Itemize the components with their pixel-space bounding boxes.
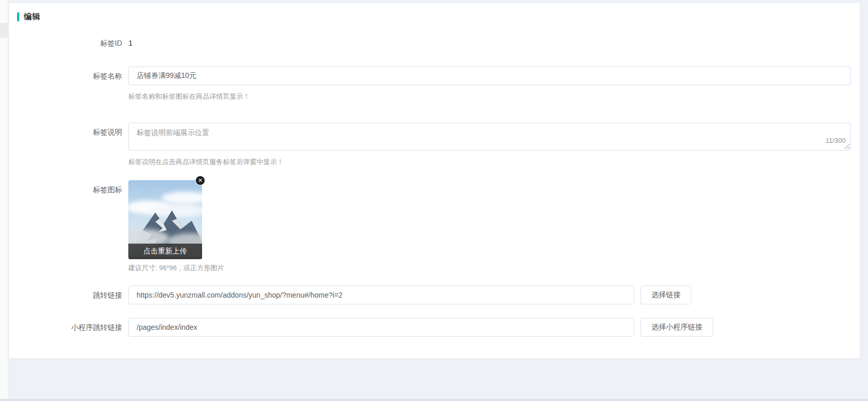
tag-icon-help: 建议尺寸: 96*96，或正方形图片	[128, 263, 224, 273]
tag-desc-label: 标签说明	[9, 123, 128, 141]
tag-desc-textarea[interactable]: 标签说明前端展示位置	[128, 123, 851, 151]
form-row-mini-link: 小程序跳转链接 选择小程序链接	[9, 318, 860, 337]
panel-title: 编辑	[24, 12, 41, 22]
form-row-tag-name: 标签名称 标签名称和标签图标在商品详情页显示！	[9, 66, 860, 101]
char-counter: 11/300	[823, 137, 846, 144]
remove-image-button[interactable]: ✕	[195, 176, 205, 185]
form-row-tag-desc: 标签说明 标签说明前端展示位置 11/300 标签说明在点击商品详情页服务标签后…	[9, 123, 860, 167]
upload-thumbnail[interactable]: 点击重新上传 ✕	[128, 180, 202, 259]
tag-id-label: 标签ID	[9, 38, 128, 48]
close-icon: ✕	[198, 178, 203, 183]
reupload-overlay[interactable]: 点击重新上传	[128, 244, 202, 259]
jump-link-input[interactable]	[128, 286, 634, 304]
window-bottom-edge	[0, 399, 868, 401]
tag-name-help: 标签名称和标签图标在商品详情页显示！	[128, 92, 851, 101]
resize-handle-icon[interactable]	[845, 144, 850, 149]
tag-id-value: 1	[128, 38, 132, 48]
form-row-tag-id: 标签ID 1	[9, 38, 860, 48]
mini-link-label: 小程序跳转链接	[9, 318, 128, 337]
reupload-overlay-label: 点击重新上传	[143, 247, 187, 256]
select-link-button[interactable]: 选择链接	[640, 286, 691, 304]
sidebar-collapsed-item[interactable]	[0, 23, 8, 38]
form-row-tag-icon: 标签图标	[9, 180, 860, 273]
tag-desc-help: 标签说明在点击商品详情页服务标签后弹窗中显示！	[128, 157, 851, 167]
jump-link-label: 跳转链接	[9, 286, 128, 304]
tag-icon-label: 标签图标	[9, 180, 128, 199]
panel-header: 编辑	[17, 11, 860, 22]
select-mini-link-button[interactable]: 选择小程序链接	[640, 318, 713, 337]
edit-panel: 编辑 标签ID 1 标签名称 标签名称和标签图标在商品详情页显示！ 标签说明 标…	[9, 3, 860, 358]
left-sidebar-sliver	[0, 0, 8, 401]
form-row-jump-link: 跳转链接 选择链接	[9, 286, 860, 304]
mini-link-input[interactable]	[128, 318, 634, 337]
tag-name-label: 标签名称	[9, 66, 128, 85]
tag-name-input[interactable]	[128, 66, 851, 85]
accent-bar	[17, 12, 19, 21]
